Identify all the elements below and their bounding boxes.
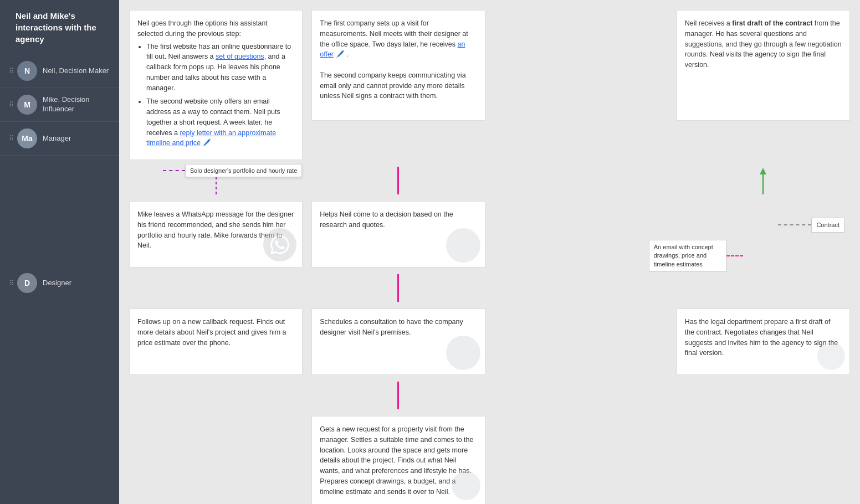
contract-label-container: Contract <box>778 218 844 233</box>
card-r2c4: Contract An email with concept drawings,… <box>677 201 850 268</box>
row-2: Mike leaves a WhatsApp message for the d… <box>125 197 854 272</box>
list-item-2: The second website only offers an email … <box>146 96 294 148</box>
cell-r3c1: Follows up on a new callback request. Fi… <box>125 304 307 379</box>
card-r4c1-empty <box>129 416 303 499</box>
arrow-cell-r1c4 <box>672 164 854 197</box>
sidebar-title: Neil and Mike's interactions with the ag… <box>0 0 119 54</box>
actor-name-neil: Neil, Decision Maker <box>43 66 109 76</box>
sidebar-actor-neil[interactable]: ⠿ N Neil, Decision Maker <box>0 54 119 88</box>
whatsapp-icon <box>270 235 289 254</box>
arrow-r2c1 <box>125 272 307 304</box>
tooltip-text: Solo designer's portfolio and hourly rat… <box>190 167 298 174</box>
concept-email-text: An email with concept drawings, price an… <box>654 244 713 268</box>
card-r4c3-empty <box>494 416 668 499</box>
cell-r3c3 <box>490 304 672 379</box>
avatar-neil: N <box>17 61 37 81</box>
avatar-manager: Ma <box>17 128 37 148</box>
arrow-row-2 <box>125 272 854 304</box>
avatar-mike: M <box>17 95 37 115</box>
arrow-r3c1 <box>125 379 307 412</box>
cell-r2c1: Mike leaves a WhatsApp message for the d… <box>125 197 307 272</box>
cell-r4c4 <box>672 412 854 504</box>
card-r2c2-text: Helps Neil come to a decision based on t… <box>320 209 477 230</box>
card-r2c1: Mike leaves a WhatsApp message for the d… <box>129 201 303 268</box>
sidebar-actor-designer[interactable]: ⠿ D Designer <box>0 266 119 300</box>
card-r1c4: Neil receives a first draft of the contr… <box>677 10 850 121</box>
drag-handle-mike: ⠿ <box>9 101 14 109</box>
arrow-r2c3 <box>490 272 672 304</box>
cell-r2c3 <box>490 197 672 272</box>
list-item-1: The first website has an online question… <box>146 42 294 94</box>
card-r1c4-text: Neil receives a first draft of the contr… <box>685 18 842 70</box>
card-r1c2: The first company sets up a visit for me… <box>311 10 485 121</box>
card-r3c2-text: Schedules a consultation to have the com… <box>320 317 477 338</box>
card-r1c3-empty <box>494 10 668 76</box>
arrow-up-green-icon <box>756 167 770 194</box>
card-r4c2: Gets a new request for a property visit … <box>311 416 485 504</box>
card-r1c1: Neil goes through the options his assist… <box>129 10 303 160</box>
card-r4c4-empty <box>677 416 850 499</box>
cell-r1c1: Neil goes through the options his assist… <box>125 6 307 164</box>
cell-r4c1 <box>125 412 307 504</box>
cell-r3c4: Has the legal department prepare a first… <box>672 304 854 379</box>
arrow-r2c4 <box>672 272 854 304</box>
cell-r2c4: Contract An email with concept drawings,… <box>672 197 854 272</box>
actor-name-manager: Manager <box>43 134 71 143</box>
arrow-cell-r1c1: Solo designer's portfolio and hourly rat… <box>125 164 307 197</box>
phone-icon-bg <box>446 336 480 370</box>
cell-r2c2: Helps Neil come to a decision based on t… <box>307 197 489 272</box>
tooltip-portfolio: Solo designer's portfolio and hourly rat… <box>185 164 303 177</box>
arrow-cell-r1c3 <box>490 164 672 197</box>
row-4: Gets a new request for a property visit … <box>125 412 854 504</box>
svg-marker-3 <box>760 168 766 174</box>
card-r2c3-empty <box>494 201 668 268</box>
row-1: Neil goes through the options his assist… <box>125 6 854 164</box>
whatsapp-icon-bg <box>263 228 296 261</box>
drag-handle-neil: ⠿ <box>9 67 14 75</box>
avatar-designer: D <box>17 273 37 293</box>
card-r3c3-empty <box>494 308 668 375</box>
cell-r1c3 <box>490 6 672 164</box>
cell-r4c2: Gets a new request for a property visit … <box>307 412 489 504</box>
card-r2c2: Helps Neil come to a decision based on t… <box>311 201 485 268</box>
link-an-offer[interactable]: an offer <box>320 40 465 59</box>
actor-name-mike: Mike, Decision Influencer <box>43 95 112 114</box>
contract-label: Contract <box>811 218 844 233</box>
link-set-of-questions[interactable]: set of questions <box>216 53 264 60</box>
main-content: Neil goes through the options his assist… <box>119 0 860 504</box>
cell-r4c3 <box>490 412 672 504</box>
arrow-r2c2 <box>307 272 489 304</box>
bold-first-draft: first draft of the contract <box>732 19 812 27</box>
arrow-row-1: Solo designer's portfolio and hourly rat… <box>125 164 854 197</box>
concept-email-label-container: An email with concept drawings, price an… <box>649 240 726 272</box>
person-icon-bg <box>446 228 480 263</box>
cell-r3c2: Schedules a consultation to have the com… <box>307 304 489 379</box>
arrow-r3c4 <box>672 379 854 412</box>
drag-handle-manager: ⠿ <box>9 135 14 142</box>
arrow-cell-r1c2 <box>307 164 489 197</box>
drag-handle-designer: ⠿ <box>9 279 14 287</box>
arrow-r3c3 <box>490 379 672 412</box>
actor-name-designer: Designer <box>43 279 71 288</box>
card-r1c2-text1: The first company sets up a visit for me… <box>320 18 477 60</box>
arrow-r3c2 <box>307 379 489 412</box>
sidebar-actor-mike[interactable]: ⠿ M Mike, Decision Influencer <box>0 88 119 122</box>
arrow-row-3 <box>125 379 854 412</box>
link-reply-letter[interactable]: reply letter with an approximate timelin… <box>146 129 276 147</box>
card-r1c1-intro: Neil goes through the options his assist… <box>137 18 294 39</box>
concept-email-label: An email with concept drawings, price an… <box>649 240 726 272</box>
sidebar: Neil and Mike's interactions with the ag… <box>0 0 119 504</box>
card-r3c1-text: Follows up on a new callback request. Fi… <box>137 317 294 348</box>
card-r1c1-list: The first website has an online question… <box>137 42 294 149</box>
cell-r1c2: The first company sets up a visit for me… <box>307 6 489 164</box>
sidebar-actor-manager[interactable]: ⠿ Ma Manager <box>0 122 119 156</box>
card-r3c2: Schedules a consultation to have the com… <box>311 308 485 375</box>
person-icon-bg-r3c4 <box>817 342 845 370</box>
card-r1c2-text2: The second company keeps communicating v… <box>320 70 477 101</box>
card-r3c4: Has the legal department prepare a first… <box>677 308 850 375</box>
row-3: Follows up on a new callback request. Fi… <box>125 304 854 379</box>
card-r3c1: Follows up on a new callback request. Fi… <box>129 308 303 375</box>
cell-r1c4: Neil receives a first draft of the contr… <box>672 6 854 164</box>
